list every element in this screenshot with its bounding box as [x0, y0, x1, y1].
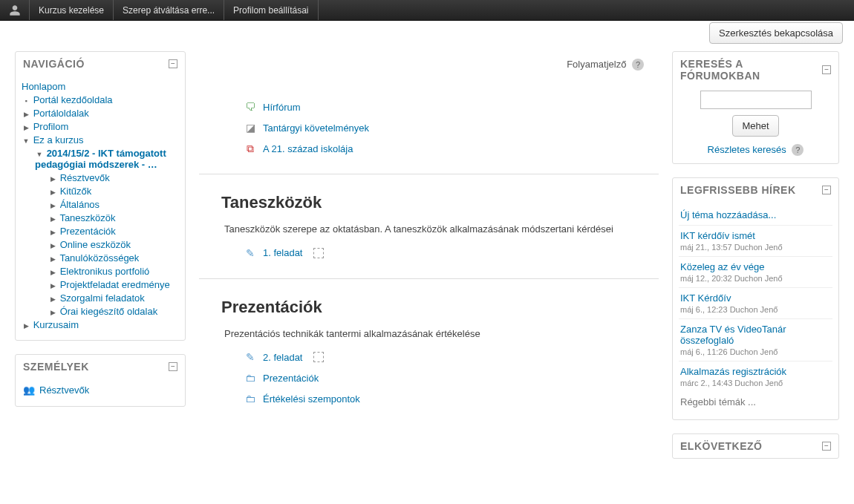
expand-icon[interactable]: ▶ — [48, 269, 57, 276]
help-icon[interactable]: ? — [792, 144, 804, 156]
section-summary: Taneszközök szerepe az oktatásban. A tan… — [224, 223, 636, 236]
search-block-title: KERESÉS A FÓRUMOKBAN — [680, 58, 822, 82]
news-link[interactable]: Zanza TV és VideoTanár összefoglaló — [680, 324, 786, 346]
latest-news-block: LEGFRISSEBB HÍREK − Új téma hozzáadása..… — [672, 177, 839, 420]
activity-link[interactable]: 2. feladat — [263, 352, 303, 363]
user-menu-icon[interactable] — [0, 0, 30, 20]
course-section: Taneszközök Taneszközök szerepe az oktat… — [199, 193, 659, 260]
expand-icon[interactable]: ▶ — [48, 242, 57, 249]
older-topics-link[interactable]: Régebbi témák ... — [680, 396, 756, 408]
expand-icon[interactable]: ▶ — [22, 322, 30, 330]
expand-icon[interactable]: ▶ — [48, 175, 57, 183]
participants-icon: 👥 — [23, 384, 35, 396]
top-navbar: Kurzus kezelése Szerep átváltása erre...… — [0, 0, 854, 21]
collapse-icon[interactable]: − — [822, 442, 831, 451]
expand-icon[interactable]: ▶ — [48, 295, 57, 303]
completion-checkbox[interactable] — [313, 248, 324, 258]
nav-tools[interactable]: Taneszközök — [59, 212, 115, 223]
add-topic-link[interactable]: Új téma hozzáadása... — [680, 209, 776, 220]
activity-item: ✎ 1. feladat — [244, 246, 659, 260]
expand-icon[interactable]: ▶ — [48, 255, 57, 263]
turn-editing-on-button[interactable]: Szerkesztés bekapcsolása — [709, 22, 843, 44]
nav-communities[interactable]: Tanulóközösségek — [59, 252, 139, 264]
pdf-icon: ⧉ — [244, 142, 257, 155]
nav-my-courses[interactable]: Kurzusaim — [33, 319, 79, 330]
news-link[interactable]: IKT Kérdőív — [680, 292, 731, 304]
news-block-title: LEGFRISSEBB HÍREK — [680, 184, 796, 196]
nav-project-result[interactable]: Projektfeladat eredménye — [60, 279, 170, 290]
forum-icon: 🗨 — [244, 100, 257, 114]
activity-link[interactable]: 1. feladat — [263, 247, 303, 258]
expand-icon[interactable]: ▶ — [48, 215, 57, 223]
nav-online-tools[interactable]: Online eszközök — [60, 239, 131, 250]
nav-portal-pages[interactable]: Portáloldalak — [33, 108, 89, 119]
expand-icon[interactable]: ▶ — [48, 309, 57, 316]
progress-indicator: Folyamatjelző ? — [199, 51, 659, 93]
nav-badges[interactable]: Kitűzők — [60, 186, 92, 197]
course-section: Prezentációk Prezentációs technikák tant… — [199, 298, 659, 406]
nav-profile[interactable]: Profilom — [33, 121, 69, 132]
upcoming-block: ELKÖVETKEZŐ − — [672, 433, 839, 459]
nav-general[interactable]: Általános — [60, 199, 100, 210]
expand-icon[interactable]: ▶ — [48, 282, 57, 289]
search-go-button[interactable]: Mehet — [732, 115, 778, 137]
nav-current-course[interactable]: 2014/15/2 - IKT támogatott pedagógiai mó… — [35, 148, 166, 170]
page-icon: ◪ — [244, 121, 257, 134]
forum-search-input[interactable] — [700, 91, 812, 109]
collapse-tree-icon[interactable]: ▼ — [35, 151, 44, 158]
activity-item: ⧉ A 21. század iskolája — [244, 142, 659, 155]
nav-portal-home[interactable]: Portál kezdőoldala — [33, 94, 113, 105]
general-activities: 🗨 Hírfórum ◪ Tantárgyi követelmények ⧉ A… — [244, 100, 659, 155]
activity-link[interactable]: Értékelési szempontok — [263, 393, 360, 405]
expand-icon[interactable]: ▶ — [48, 189, 57, 196]
collapse-icon[interactable]: − — [822, 186, 831, 194]
nav-presentations[interactable]: Prezentációk — [60, 226, 116, 237]
advanced-search-link[interactable]: Részletes keresés — [708, 144, 786, 155]
section-summary: Prezentációs technikák tantermi alkalmaz… — [224, 327, 636, 341]
nav-course-admin[interactable]: Kurzus kezelése — [30, 0, 114, 20]
activity-item: 🗀 Értékelési szempontok — [244, 392, 659, 405]
nav-supplementary[interactable]: Órai kiegészítő oldalak — [60, 306, 158, 317]
participants-link[interactable]: Résztvevők — [39, 384, 89, 396]
news-meta: máj 12., 20:32 Duchon Jenő — [680, 274, 831, 283]
activity-item: 🗀 Prezentációk — [244, 371, 659, 384]
news-link[interactable]: Közeleg az év vége — [680, 261, 764, 272]
bullet-icon: ▪ — [22, 97, 30, 105]
navigation-block: NAVIGÁCIÓ − Honlapom ▪ Portál kezdőoldal… — [15, 51, 186, 341]
news-link[interactable]: IKT kérdőív ismét — [680, 230, 755, 241]
news-meta: máj 6., 12:23 Duchon Jenő — [680, 305, 831, 314]
forum-search-block: KERESÉS A FÓRUMOKBAN − Mehet Részletes k… — [672, 51, 839, 164]
expand-icon[interactable]: ▶ — [48, 202, 57, 209]
news-meta: márc 2., 14:43 Duchon Jenő — [680, 379, 831, 387]
activity-link[interactable]: Hírfórum — [263, 102, 301, 113]
news-meta: máj 6., 11:26 Duchon Jenő — [680, 347, 831, 356]
expand-icon[interactable]: ▶ — [48, 229, 57, 236]
nav-this-course[interactable]: Ez a kurzus — [33, 134, 84, 145]
assignment-icon: ✎ — [244, 350, 257, 364]
folder-icon: 🗀 — [244, 392, 257, 405]
collapse-icon[interactable]: − — [822, 65, 831, 74]
collapse-tree-icon[interactable]: ▼ — [22, 137, 30, 145]
nav-eportfolio[interactable]: Elektronikus portfolió — [60, 266, 150, 277]
expand-icon[interactable]: ▶ — [22, 111, 30, 118]
expand-icon[interactable]: ▶ — [22, 124, 30, 131]
help-icon[interactable]: ? — [632, 59, 644, 71]
nav-profile-settings[interactable]: Profilom beállításai — [224, 0, 318, 20]
activity-item: ◪ Tantárgyi követelmények — [244, 121, 659, 134]
activity-item: ✎ 2. feladat — [244, 350, 659, 364]
collapse-icon[interactable]: − — [169, 59, 177, 68]
upcoming-block-title: ELKÖVETKEZŐ — [680, 440, 763, 452]
nav-extra-tasks[interactable]: Szorgalmi feladatok — [60, 292, 145, 304]
section-title: Taneszközök — [221, 193, 659, 212]
activity-link[interactable]: A 21. század iskolája — [263, 143, 353, 154]
assignment-icon: ✎ — [244, 246, 257, 260]
collapse-icon[interactable]: − — [169, 362, 177, 371]
nav-home[interactable]: Honlapom — [22, 81, 65, 92]
navigation-title: NAVIGÁCIÓ — [23, 58, 85, 70]
completion-checkbox[interactable] — [313, 352, 324, 362]
nav-switch-role[interactable]: Szerep átváltása erre... — [114, 0, 224, 20]
news-link[interactable]: Alkalmazás regisztrációk — [680, 366, 786, 377]
nav-participants[interactable]: Résztvevők — [60, 172, 110, 183]
activity-link[interactable]: Prezentációk — [263, 373, 319, 384]
activity-link[interactable]: Tantárgyi követelmények — [263, 122, 369, 134]
